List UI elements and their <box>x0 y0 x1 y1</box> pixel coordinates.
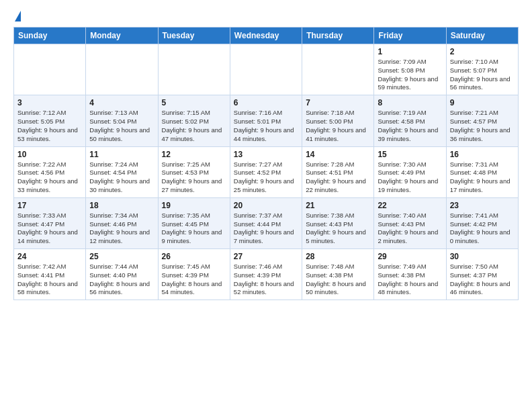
calendar-cell: 17Sunrise: 7:33 AMSunset: 4:47 PMDayligh… <box>14 197 86 248</box>
header-row: SundayMondayTuesdayWednesdayThursdayFrid… <box>14 28 519 44</box>
day-info: Sunrise: 7:12 AMSunset: 5:05 PMDaylight:… <box>17 109 82 143</box>
calendar-cell <box>230 44 302 95</box>
calendar-cell: 3Sunrise: 7:12 AMSunset: 5:05 PMDaylight… <box>14 95 86 146</box>
day-info: Sunrise: 7:48 AMSunset: 4:38 PMDaylight:… <box>306 263 370 297</box>
day-number: 17 <box>17 201 82 210</box>
day-number: 9 <box>450 98 515 107</box>
day-number: 25 <box>89 252 154 261</box>
calendar-cell: 15Sunrise: 7:30 AMSunset: 4:49 PMDayligh… <box>374 146 446 197</box>
day-number: 15 <box>378 150 442 159</box>
weekday-header: Monday <box>86 28 158 44</box>
day-info: Sunrise: 7:25 AMSunset: 4:53 PMDaylight:… <box>162 161 226 195</box>
day-number: 2 <box>450 47 515 56</box>
day-number: 22 <box>378 201 442 210</box>
logo <box>13 11 21 23</box>
calendar-row: 10Sunrise: 7:22 AMSunset: 4:56 PMDayligh… <box>14 146 519 197</box>
weekday-header: Saturday <box>446 28 518 44</box>
day-number: 29 <box>378 252 442 261</box>
page: SundayMondayTuesdayWednesdayThursdayFrid… <box>0 0 532 308</box>
weekday-header: Friday <box>374 28 446 44</box>
day-info: Sunrise: 7:31 AMSunset: 4:48 PMDaylight:… <box>450 161 515 195</box>
calendar-cell: 6Sunrise: 7:16 AMSunset: 5:01 PMDaylight… <box>230 95 302 146</box>
day-number: 23 <box>450 201 515 210</box>
day-number: 19 <box>162 201 226 210</box>
day-number: 18 <box>89 201 154 210</box>
calendar-cell <box>86 44 158 95</box>
day-info: Sunrise: 7:18 AMSunset: 5:00 PMDaylight:… <box>306 109 370 143</box>
day-number: 24 <box>17 252 82 261</box>
day-info: Sunrise: 7:35 AMSunset: 4:45 PMDaylight:… <box>162 212 226 246</box>
calendar-cell: 18Sunrise: 7:34 AMSunset: 4:46 PMDayligh… <box>86 197 158 248</box>
day-info: Sunrise: 7:13 AMSunset: 5:04 PMDaylight:… <box>89 109 154 143</box>
day-number: 5 <box>162 98 226 107</box>
day-info: Sunrise: 7:40 AMSunset: 4:43 PMDaylight:… <box>378 212 442 246</box>
day-info: Sunrise: 7:24 AMSunset: 4:54 PMDaylight:… <box>89 161 154 195</box>
calendar-row: 17Sunrise: 7:33 AMSunset: 4:47 PMDayligh… <box>14 197 519 248</box>
calendar-table: SundayMondayTuesdayWednesdayThursdayFrid… <box>13 27 519 300</box>
calendar-cell: 30Sunrise: 7:50 AMSunset: 4:37 PMDayligh… <box>446 249 518 300</box>
day-info: Sunrise: 7:28 AMSunset: 4:51 PMDaylight:… <box>306 161 370 195</box>
calendar-cell: 23Sunrise: 7:41 AMSunset: 4:42 PMDayligh… <box>446 197 518 248</box>
day-info: Sunrise: 7:34 AMSunset: 4:46 PMDaylight:… <box>89 212 154 246</box>
day-number: 4 <box>89 98 154 107</box>
day-info: Sunrise: 7:46 AMSunset: 4:39 PMDaylight:… <box>234 263 298 297</box>
calendar-cell: 27Sunrise: 7:46 AMSunset: 4:39 PMDayligh… <box>230 249 302 300</box>
day-info: Sunrise: 7:50 AMSunset: 4:37 PMDaylight:… <box>450 263 515 297</box>
calendar-cell: 7Sunrise: 7:18 AMSunset: 5:00 PMDaylight… <box>302 95 374 146</box>
calendar-cell: 16Sunrise: 7:31 AMSunset: 4:48 PMDayligh… <box>446 146 518 197</box>
weekday-header: Wednesday <box>230 28 302 44</box>
day-number: 14 <box>306 150 370 159</box>
day-number: 13 <box>234 150 298 159</box>
weekday-header: Thursday <box>302 28 374 44</box>
calendar-cell: 8Sunrise: 7:19 AMSunset: 4:58 PMDaylight… <box>374 95 446 146</box>
calendar-cell: 20Sunrise: 7:37 AMSunset: 4:44 PMDayligh… <box>230 197 302 248</box>
calendar-cell: 28Sunrise: 7:48 AMSunset: 4:38 PMDayligh… <box>302 249 374 300</box>
calendar-cell: 22Sunrise: 7:40 AMSunset: 4:43 PMDayligh… <box>374 197 446 248</box>
day-number: 3 <box>17 98 82 107</box>
day-number: 7 <box>306 98 370 107</box>
day-info: Sunrise: 7:30 AMSunset: 4:49 PMDaylight:… <box>378 161 442 195</box>
day-number: 8 <box>378 98 442 107</box>
day-info: Sunrise: 7:15 AMSunset: 5:02 PMDaylight:… <box>162 109 226 143</box>
weekday-header: Sunday <box>14 28 86 44</box>
day-number: 6 <box>234 98 298 107</box>
day-number: 21 <box>306 201 370 210</box>
day-info: Sunrise: 7:16 AMSunset: 5:01 PMDaylight:… <box>234 109 298 143</box>
calendar-cell: 21Sunrise: 7:38 AMSunset: 4:43 PMDayligh… <box>302 197 374 248</box>
calendar-cell: 9Sunrise: 7:21 AMSunset: 4:57 PMDaylight… <box>446 95 518 146</box>
day-info: Sunrise: 7:33 AMSunset: 4:47 PMDaylight:… <box>17 212 82 246</box>
calendar-cell: 19Sunrise: 7:35 AMSunset: 4:45 PMDayligh… <box>158 197 230 248</box>
day-number: 27 <box>234 252 298 261</box>
calendar-cell: 29Sunrise: 7:49 AMSunset: 4:38 PMDayligh… <box>374 249 446 300</box>
day-info: Sunrise: 7:09 AMSunset: 5:08 PMDaylight:… <box>378 58 442 92</box>
day-info: Sunrise: 7:41 AMSunset: 4:42 PMDaylight:… <box>450 212 515 246</box>
calendar-cell: 24Sunrise: 7:42 AMSunset: 4:41 PMDayligh… <box>14 249 86 300</box>
day-info: Sunrise: 7:38 AMSunset: 4:43 PMDaylight:… <box>306 212 370 246</box>
day-number: 30 <box>450 252 515 261</box>
calendar-row: 1Sunrise: 7:09 AMSunset: 5:08 PMDaylight… <box>14 44 519 95</box>
calendar-cell <box>302 44 374 95</box>
day-number: 10 <box>17 150 82 159</box>
calendar-cell: 26Sunrise: 7:45 AMSunset: 4:39 PMDayligh… <box>158 249 230 300</box>
calendar-cell: 14Sunrise: 7:28 AMSunset: 4:51 PMDayligh… <box>302 146 374 197</box>
logo-triangle-icon <box>15 11 21 21</box>
day-info: Sunrise: 7:22 AMSunset: 4:56 PMDaylight:… <box>17 161 82 195</box>
day-number: 26 <box>162 252 226 261</box>
day-info: Sunrise: 7:42 AMSunset: 4:41 PMDaylight:… <box>17 263 82 297</box>
calendar-cell: 11Sunrise: 7:24 AMSunset: 4:54 PMDayligh… <box>86 146 158 197</box>
calendar-cell: 25Sunrise: 7:44 AMSunset: 4:40 PMDayligh… <box>86 249 158 300</box>
calendar-cell: 5Sunrise: 7:15 AMSunset: 5:02 PMDaylight… <box>158 95 230 146</box>
calendar-cell: 13Sunrise: 7:27 AMSunset: 4:52 PMDayligh… <box>230 146 302 197</box>
day-number: 12 <box>162 150 226 159</box>
day-info: Sunrise: 7:49 AMSunset: 4:38 PMDaylight:… <box>378 263 442 297</box>
calendar-cell: 12Sunrise: 7:25 AMSunset: 4:53 PMDayligh… <box>158 146 230 197</box>
day-info: Sunrise: 7:27 AMSunset: 4:52 PMDaylight:… <box>234 161 298 195</box>
day-info: Sunrise: 7:37 AMSunset: 4:44 PMDaylight:… <box>234 212 298 246</box>
day-info: Sunrise: 7:45 AMSunset: 4:39 PMDaylight:… <box>162 263 226 297</box>
day-number: 16 <box>450 150 515 159</box>
header <box>13 11 519 23</box>
calendar-cell <box>14 44 86 95</box>
day-number: 11 <box>89 150 154 159</box>
calendar-cell: 4Sunrise: 7:13 AMSunset: 5:04 PMDaylight… <box>86 95 158 146</box>
day-info: Sunrise: 7:44 AMSunset: 4:40 PMDaylight:… <box>89 263 154 297</box>
